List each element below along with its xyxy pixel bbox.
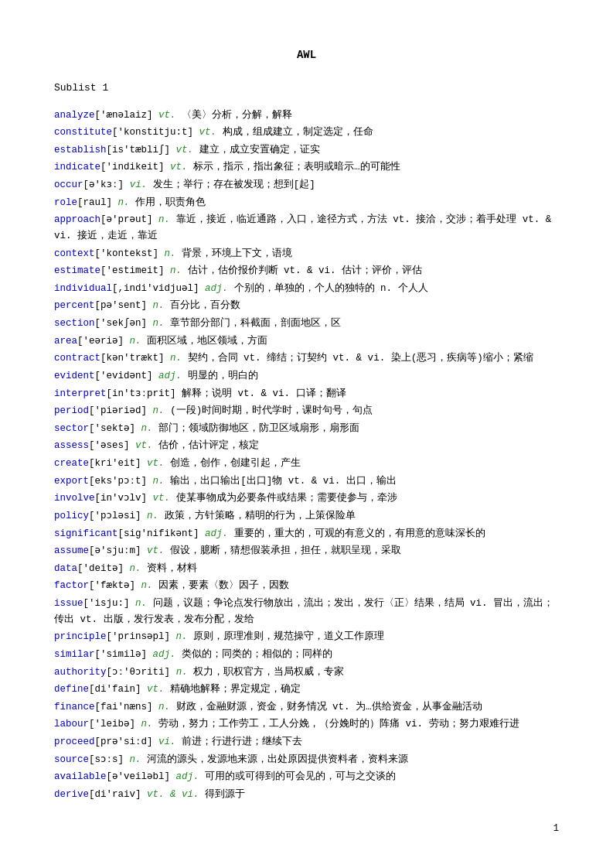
list-item: authority[ɔː'θɔriti] n. 权力，职权官方，当局权威，专家 bbox=[54, 665, 559, 681]
list-item: assume[ə'sjuːm] vt. 假设，臆断，猜想假装承担，担任，就职呈现… bbox=[54, 543, 559, 559]
word-phonetic: [ə'prəut] bbox=[100, 214, 153, 225]
word-definition: 估价，估计评定，核定 bbox=[158, 440, 259, 451]
list-item: principle['prinsəpl] n. 原则，原理准则，规范操守，道义工… bbox=[54, 629, 559, 645]
word-pos: vt. bbox=[147, 684, 165, 695]
list-item: define[di'fain] vt. 精确地解释；界定规定，确定 bbox=[54, 682, 559, 698]
word-term: approach bbox=[54, 214, 100, 225]
word-term: area bbox=[54, 336, 77, 347]
word-pos: vt. bbox=[153, 493, 171, 504]
word-phonetic: [prə'siːd] bbox=[95, 736, 153, 747]
word-definition: 解释；说明 vt. & vi. 口译；翻译 bbox=[182, 388, 346, 399]
word-definition: 估计，估价报价判断 vt. & vi. 估计；评价，评估 bbox=[188, 265, 423, 276]
list-item: analyze['ænəlaiz] vt. 〈美〉分析，分解，解释 bbox=[54, 108, 559, 124]
word-term: occur bbox=[54, 179, 83, 190]
word-pos: adj. bbox=[205, 528, 228, 539]
word-term: source bbox=[54, 754, 89, 765]
word-term: principle bbox=[54, 631, 107, 642]
word-pos: n. bbox=[153, 405, 165, 416]
word-definition: 类似的；同类的；相似的；同样的 bbox=[182, 649, 332, 660]
list-item: available[ə'veiləbl] adj. 可用的或可得到的可会见的，可… bbox=[54, 769, 559, 785]
word-definition: 创造，创作，创建引起，产生 bbox=[170, 458, 301, 469]
list-item: context['kontekst] n. 背景，环境上下文，语境 bbox=[54, 246, 559, 262]
list-item: involve[in'vɔlv] vt. 使某事物成为必要条件或结果；需要使参与… bbox=[54, 490, 559, 507]
word-term: create bbox=[54, 458, 89, 469]
word-phonetic: ['əses] bbox=[89, 440, 130, 451]
list-item: establish[is'tæbliʃ] vt. 建立，成立安置确定，证实 bbox=[54, 142, 559, 159]
word-phonetic: [sɔːs] bbox=[89, 754, 124, 765]
word-definition: 因素，要素〈数〉因子，因数 bbox=[158, 580, 289, 591]
word-pos: n. bbox=[141, 580, 153, 591]
list-item: indicate['indikeit] vt. 标示，指示，指出象征；表明或暗示… bbox=[54, 159, 559, 176]
word-phonetic: [,indi'vidjuəl] bbox=[112, 283, 199, 294]
word-term: section bbox=[54, 318, 95, 329]
word-phonetic: ['leibə] bbox=[89, 719, 135, 730]
word-definition: 〈美〉分析，分解，解释 bbox=[182, 110, 292, 121]
word-definition: 河流的源头，发源地来源，出处原因提供资料者，资料来源 bbox=[147, 754, 408, 765]
sublist-title: Sublist 1 bbox=[54, 80, 559, 96]
word-phonetic: [raul] bbox=[77, 197, 112, 208]
word-phonetic: ['sekʃən] bbox=[95, 318, 148, 329]
word-pos: n. bbox=[176, 631, 188, 642]
word-phonetic: [in'vɔlv] bbox=[95, 493, 148, 504]
word-phonetic: [sig'nifikənt] bbox=[118, 528, 199, 539]
word-phonetic: [ə'veiləbl] bbox=[107, 771, 171, 782]
word-pos: n. bbox=[176, 667, 188, 678]
word-phonetic: ['similə] bbox=[95, 649, 148, 660]
word-pos: n. bbox=[170, 353, 182, 364]
page-number: 1 bbox=[553, 822, 559, 837]
word-term: indicate bbox=[54, 162, 100, 173]
word-pos: n. bbox=[158, 214, 170, 225]
word-term: define bbox=[54, 684, 89, 695]
word-definition: 部门；领域防御地区，防卫区域扇形，扇形面 bbox=[158, 423, 359, 434]
word-pos: n. bbox=[118, 197, 130, 208]
word-definition: 明显的，明白的 bbox=[188, 371, 258, 381]
word-phonetic: ['deitə] bbox=[77, 563, 124, 574]
word-term: sector bbox=[54, 423, 89, 434]
word-phonetic: ['indikeit] bbox=[100, 162, 165, 173]
word-term: similar bbox=[54, 649, 95, 660]
word-phonetic: [in'tɜːprit] bbox=[107, 388, 176, 399]
list-item: similar['similə] adj. 类似的；同类的；相似的；同样的 bbox=[54, 647, 559, 663]
word-phonetic: [ə'kɜː] bbox=[83, 179, 124, 190]
word-pos: n. bbox=[165, 248, 176, 259]
list-item: assess['əses] vt. 估价，估计评定，核定 bbox=[54, 438, 559, 454]
word-definition: (一段)时间时期，时代学时，课时句号，句点 bbox=[170, 405, 373, 416]
word-pos: n. bbox=[141, 719, 153, 730]
word-pos: n. bbox=[130, 336, 141, 347]
word-phonetic: [di'fain] bbox=[89, 684, 141, 695]
word-phonetic: ['kontekst] bbox=[95, 248, 159, 259]
word-definition: 输出，出口输出[出口]物 vt. & vi. 出口，输出 bbox=[170, 476, 397, 487]
word-term: evident bbox=[54, 371, 95, 381]
word-term: analyze bbox=[54, 110, 95, 121]
word-pos: n. bbox=[170, 265, 182, 276]
word-definition: 建立，成立安置确定，证实 bbox=[199, 145, 320, 155]
word-phonetic: ['pɔləsi] bbox=[89, 511, 141, 521]
list-item: percent[pə'sent] n. 百分比，百分数 bbox=[54, 298, 559, 314]
word-pos: vt. bbox=[147, 458, 165, 469]
word-pos: vt. & vi. bbox=[147, 789, 199, 800]
word-pos: n. bbox=[153, 476, 165, 487]
word-pos: adj. bbox=[205, 283, 228, 294]
word-phonetic: [di'raiv] bbox=[89, 789, 141, 800]
word-phonetic: [eks'pɔːt] bbox=[89, 476, 147, 487]
word-definition: 面积区域，地区领域，方面 bbox=[147, 336, 267, 347]
word-phonetic: ['evidənt] bbox=[95, 371, 153, 381]
word-term: data bbox=[54, 563, 77, 574]
word-term: contract bbox=[54, 353, 100, 364]
word-term: estimate bbox=[54, 265, 100, 276]
word-term: issue bbox=[54, 598, 83, 609]
list-item: derive[di'raiv] vt. & vi. 得到源于 bbox=[54, 787, 559, 803]
word-definition: 可用的或可得到的可会见的，可与之交谈的 bbox=[205, 771, 396, 782]
word-phonetic: ['ænəlaiz] bbox=[95, 110, 153, 121]
word-term: derive bbox=[54, 789, 89, 800]
list-item: proceed[prə'siːd] vi. 前进；行进行进；继续下去 bbox=[54, 734, 559, 750]
word-pos: vt. bbox=[135, 440, 153, 451]
list-item: area['eəriə] n. 面积区域，地区领域，方面 bbox=[54, 333, 559, 350]
word-phonetic: [kən'trækt] bbox=[100, 353, 165, 364]
list-item: issue['isju:] n. 问题，议题；争论点发行物放出，流出；发出，发行… bbox=[54, 596, 559, 627]
word-pos: adj. bbox=[153, 649, 176, 660]
word-definition: 使某事物成为必要条件或结果；需要使参与，牵涉 bbox=[176, 493, 397, 504]
word-pos: adj. bbox=[158, 371, 182, 381]
word-definition: 重要的，重大的，可观的有意义的，有用意的意味深长的 bbox=[234, 528, 485, 539]
word-pos: vt. bbox=[170, 162, 188, 173]
